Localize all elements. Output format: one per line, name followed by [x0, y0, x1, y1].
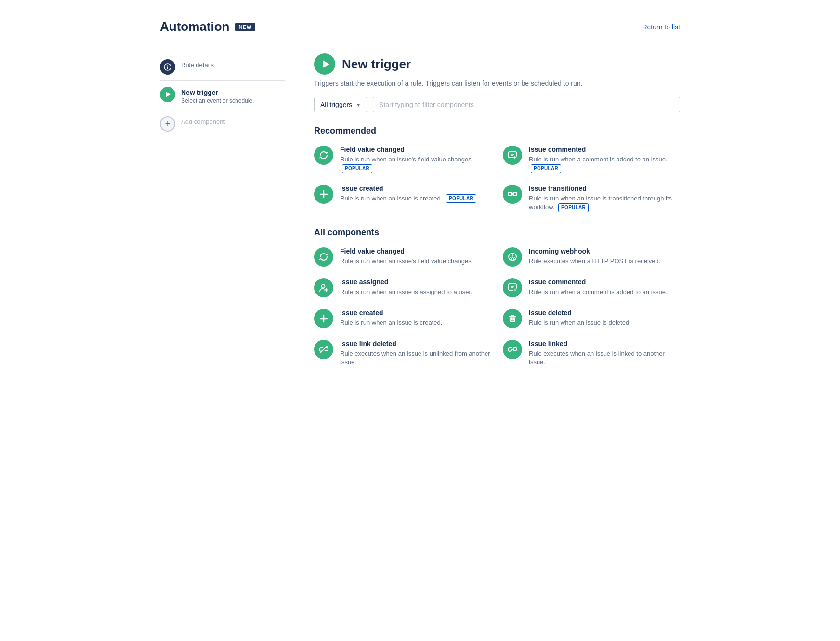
svg-marker-4 — [323, 60, 329, 68]
recommended-section: Recommended — [314, 126, 680, 212]
info-icon — [160, 59, 175, 75]
issue-created-icon — [314, 185, 333, 204]
sidebar-rule-details-content: Rule details — [181, 59, 214, 68]
trigger-filter-dropdown[interactable]: All triggers ▼ — [314, 97, 367, 112]
sidebar-item-rule-details[interactable]: Rule details — [160, 53, 285, 80]
field-value-changed-info: Field value changed Rule is run when an … — [340, 146, 491, 173]
sidebar-trigger-subtitle: Select an event or schedule. — [181, 97, 254, 104]
all-components-title: All components — [314, 227, 680, 238]
svg-line-34 — [320, 346, 327, 353]
all-field-value-changed-info: Field value changed Rule is run when an … — [340, 247, 473, 266]
issue-created-info: Issue created Rule is run when an issue … — [340, 185, 476, 203]
field-value-changed-name: Field value changed — [340, 146, 405, 153]
trigger-header: New trigger — [314, 53, 680, 75]
all-issue-commented[interactable]: Issue commented Rule is run when a comme… — [503, 278, 680, 297]
all-issue-created[interactable]: Issue created Rule is run when an issue … — [314, 309, 491, 328]
svg-rect-14 — [513, 192, 517, 196]
dropdown-label: All triggers — [320, 101, 352, 108]
header-left: Automation NEW — [160, 19, 255, 34]
all-issue-linked-icon — [503, 340, 522, 359]
issue-commented-name: Issue commented — [529, 146, 586, 153]
all-issue-link-deleted[interactable]: Issue link deleted Rule executes when an… — [314, 340, 491, 367]
trigger-desc: Triggers start the execution of a rule. … — [314, 80, 680, 87]
app-title: Automation — [160, 19, 229, 34]
sidebar-item-add-component[interactable]: + Add component — [160, 110, 285, 137]
svg-marker-3 — [166, 92, 171, 97]
chevron-down-icon: ▼ — [356, 102, 361, 107]
all-issue-assigned-icon — [314, 278, 333, 297]
issue-created-name: Issue created — [340, 185, 383, 192]
issue-commented-icon — [503, 146, 522, 165]
all-issue-link-deleted-name: Issue link deleted — [340, 340, 491, 347]
all-issue-commented-name: Issue commented — [529, 278, 668, 286]
recommended-issue-transitioned[interactable]: Issue transitioned Rule is run when an i… — [503, 185, 680, 212]
recommended-field-value-changed[interactable]: Field value changed Rule is run when an … — [314, 146, 491, 173]
svg-point-20 — [322, 284, 325, 288]
all-issue-linked-info: Issue linked Rule executes when an issue… — [529, 340, 680, 367]
add-icon: + — [160, 116, 175, 132]
all-field-value-changed-desc: Rule is run when an issue's field value … — [340, 257, 473, 266]
all-issue-linked-name: Issue linked — [529, 340, 680, 347]
all-issue-commented-icon — [503, 278, 522, 297]
main-content: New trigger Triggers start the execution… — [295, 53, 680, 382]
all-issue-link-deleted-info: Issue link deleted Rule executes when an… — [340, 340, 491, 367]
all-field-value-changed-icon — [314, 247, 333, 267]
trigger-title: New trigger — [342, 57, 411, 72]
svg-rect-2 — [167, 66, 168, 67]
all-issue-created-name: Issue created — [340, 309, 442, 317]
all-issue-commented-desc: Rule is run when a comment is added to a… — [529, 288, 668, 296]
all-issue-assigned[interactable]: Issue assigned Rule is run when an issue… — [314, 278, 491, 297]
all-issue-linked-desc: Rule executes when an issue is linked to… — [529, 349, 680, 367]
all-issue-deleted-info: Issue deleted Rule is run when an issue … — [529, 309, 631, 327]
popular-badge: POPULAR — [342, 164, 372, 173]
all-issue-deleted[interactable]: Issue deleted Rule is run when an issue … — [503, 309, 680, 328]
recommended-issue-created[interactable]: Issue created Rule is run when an issue … — [314, 185, 491, 212]
svg-rect-13 — [508, 192, 512, 196]
all-field-value-changed-name: Field value changed — [340, 247, 473, 255]
all-issue-link-deleted-desc: Rule executes when an issue is unlinked … — [340, 349, 491, 367]
all-incoming-webhook[interactable]: Incoming webhook Rule executes when a HT… — [503, 247, 680, 267]
recommended-section-title: Recommended — [314, 126, 680, 136]
sidebar-add-label: Add component — [181, 118, 225, 125]
popular-badge-2: POPULAR — [531, 164, 561, 173]
filter-input[interactable] — [373, 97, 680, 112]
all-issue-assigned-desc: Rule is run when an issue is assigned to… — [340, 288, 472, 296]
all-components-grid: Field value changed Rule is run when an … — [314, 247, 680, 367]
svg-line-32 — [512, 318, 512, 320]
all-issue-assigned-info: Issue assigned Rule is run when an issue… — [340, 278, 472, 296]
svg-rect-1 — [167, 67, 168, 69]
issue-transitioned-info: Issue transitioned Rule is run when an i… — [529, 185, 680, 212]
all-field-value-changed[interactable]: Field value changed Rule is run when an … — [314, 247, 491, 267]
sidebar-trigger-content: New trigger Select an event or schedule. — [181, 87, 254, 104]
issue-created-desc: Rule is run when an issue is created. — [340, 195, 442, 202]
trigger-play-button — [314, 53, 335, 75]
all-incoming-webhook-icon — [503, 247, 522, 267]
all-issue-linked[interactable]: Issue linked Rule executes when an issue… — [503, 340, 680, 367]
issue-transitioned-icon — [503, 185, 522, 204]
sidebar-item-new-trigger[interactable]: New trigger Select an event or schedule. — [160, 80, 285, 110]
all-issue-created-icon — [314, 309, 333, 328]
sidebar-trigger-title: New trigger — [181, 89, 254, 96]
all-issue-deleted-name: Issue deleted — [529, 309, 631, 317]
recommended-issue-commented[interactable]: Issue commented Rule is run when a comme… — [503, 146, 680, 173]
popular-badge-4: POPULAR — [558, 203, 589, 212]
new-badge: NEW — [235, 23, 255, 31]
return-to-list-link[interactable]: Return to list — [642, 23, 680, 31]
field-value-changed-desc: Rule is run when an issue's field value … — [340, 156, 473, 163]
all-issue-deleted-desc: Rule is run when an issue is deleted. — [529, 319, 631, 327]
sidebar-add-content: Add component — [181, 116, 225, 125]
issue-transitioned-desc: Rule is run when an issue is transitione… — [529, 195, 672, 211]
field-value-changed-icon — [314, 146, 333, 165]
sidebar-rule-details-label: Rule details — [181, 61, 214, 68]
all-issue-commented-info: Issue commented Rule is run when a comme… — [529, 278, 668, 296]
all-components-section: All components Fi — [314, 227, 680, 367]
all-issue-link-deleted-icon — [314, 340, 333, 359]
popular-badge-3: POPULAR — [446, 194, 476, 203]
all-incoming-webhook-name: Incoming webhook — [529, 247, 660, 255]
recommended-grid: Field value changed Rule is run when an … — [314, 146, 680, 212]
page-header: Automation NEW Return to list — [160, 19, 680, 34]
main-layout: Rule details New trigger Select an event… — [160, 53, 680, 382]
all-issue-deleted-icon — [503, 309, 522, 328]
all-incoming-webhook-desc: Rule executes when a HTTP POST is receiv… — [529, 257, 660, 266]
issue-transitioned-name: Issue transitioned — [529, 185, 587, 192]
